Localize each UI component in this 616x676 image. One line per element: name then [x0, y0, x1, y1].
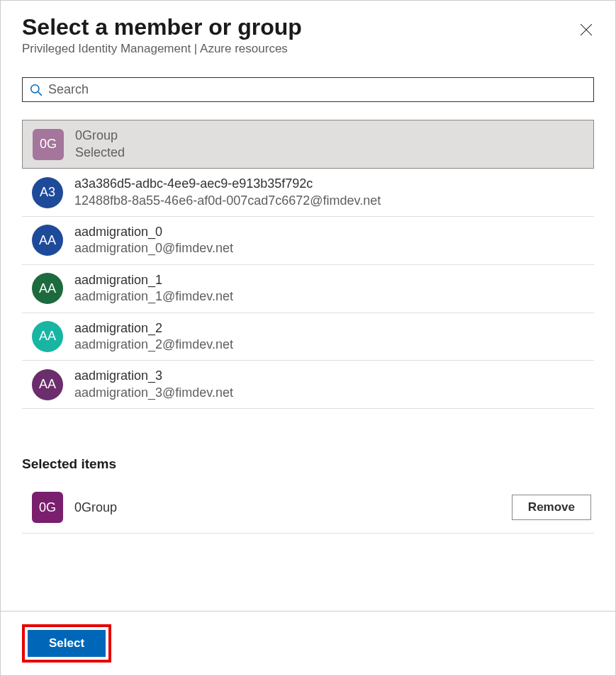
member-subtext: aadmigration_0@fimdev.net: [74, 240, 233, 257]
member-row[interactable]: AAaadmigration_3aadmigration_3@fimdev.ne…: [22, 361, 594, 409]
close-button[interactable]: [578, 22, 594, 38]
member-subtext: aadmigration_3@fimdev.net: [74, 385, 233, 401]
avatar: 0G: [33, 129, 64, 160]
member-list[interactable]: 0G0GroupSelectedA3a3a386d5-adbc-4ee9-aec…: [22, 120, 594, 439]
member-name: aadmigration_1: [74, 272, 233, 288]
member-row[interactable]: AAaadmigration_0aadmigration_0@fimdev.ne…: [22, 217, 594, 265]
selected-items-heading: Selected items: [22, 456, 594, 472]
search-icon: [30, 84, 43, 96]
member-text: a3a386d5-adbc-4ee9-aec9-e913b35f792c1248…: [74, 176, 381, 209]
member-subtext: Selected: [75, 145, 125, 161]
svg-line-3: [38, 92, 42, 96]
member-subtext: 12488fb8-8a55-46e6-af0d-007cad7c6672@fim…: [74, 193, 381, 209]
member-name: aadmigration_3: [74, 368, 233, 384]
member-row[interactable]: AAaadmigration_1aadmigration_1@fimdev.ne…: [22, 265, 594, 313]
selected-item-name: 0Group: [74, 500, 500, 515]
select-button-highlight: Select: [22, 624, 111, 663]
search-box[interactable]: [22, 77, 594, 102]
member-text: 0GroupSelected: [75, 128, 125, 161]
member-row[interactable]: 0G0GroupSelected: [22, 120, 594, 169]
avatar: AA: [32, 225, 63, 256]
member-name: aadmigration_0: [74, 224, 233, 240]
avatar: A3: [32, 177, 63, 208]
member-name: a3a386d5-adbc-4ee9-aec9-e913b35f792c: [74, 176, 381, 192]
svg-point-2: [31, 85, 39, 93]
avatar: AA: [32, 321, 63, 352]
member-row[interactable]: AAaadmigration_2aadmigration_2@fimdev.ne…: [22, 313, 594, 361]
search-input[interactable]: [48, 82, 586, 97]
member-subtext: aadmigration_1@fimdev.net: [74, 288, 233, 305]
select-button[interactable]: Select: [28, 630, 106, 657]
member-text: aadmigration_3aadmigration_3@fimdev.net: [74, 368, 233, 401]
member-subtext: aadmigration_2@fimdev.net: [74, 337, 233, 353]
avatar: AA: [32, 273, 63, 304]
member-name: 0Group: [75, 128, 125, 144]
selected-item-row: 0G0GroupRemove: [22, 485, 594, 534]
breadcrumb: Privileged Identity Management | Azure r…: [22, 42, 594, 56]
page-title: Select a member or group: [22, 13, 594, 40]
member-text: aadmigration_1aadmigration_1@fimdev.net: [74, 272, 233, 305]
avatar: 0G: [32, 492, 63, 523]
remove-button[interactable]: Remove: [512, 495, 591, 520]
member-row[interactable]: A3a3a386d5-adbc-4ee9-aec9-e913b35f792c12…: [22, 169, 594, 217]
member-name: aadmigration_2: [74, 320, 233, 337]
close-icon: [580, 23, 593, 36]
member-text: aadmigration_2aadmigration_2@fimdev.net: [74, 320, 233, 354]
member-text: aadmigration_0aadmigration_0@fimdev.net: [74, 224, 233, 257]
avatar: AA: [32, 369, 63, 400]
